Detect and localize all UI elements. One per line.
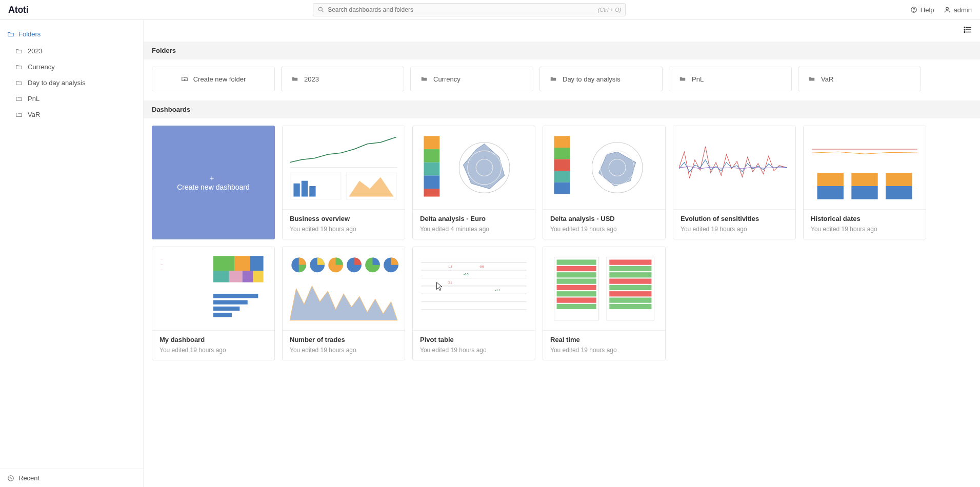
search-input[interactable] <box>328 6 594 13</box>
dashboard-card-delta-usd[interactable]: Delta analysis - USD You edited 19 hours… <box>543 126 666 239</box>
svg-point-4 <box>946 7 948 10</box>
dashboard-meta: Number of trades You edited 19 hours ago <box>283 331 405 360</box>
svg-point-9 <box>964 27 965 28</box>
sidebar-item-currency[interactable]: Currency <box>11 59 143 75</box>
thumbnail-chart-icon <box>546 129 662 206</box>
svg-rect-56 <box>213 300 248 305</box>
folder-open-icon <box>7 31 14 38</box>
create-new-dashboard[interactable]: ＋ Create new dashboard <box>152 126 275 239</box>
svg-point-3 <box>913 11 914 11</box>
sidebar-item-label: PnL <box>28 95 39 103</box>
folder-solid-icon <box>420 75 428 83</box>
folder-icon <box>15 79 23 87</box>
dashboards-section-header: Dashboards <box>144 100 980 118</box>
create-dashboard-label: Create new dashboard <box>177 183 250 191</box>
dashboard-card-pivot-table[interactable]: -1.2-0.8-2.1 +0.5+1.1 Pivot table You ed… <box>412 247 535 360</box>
svg-rect-40 <box>817 186 844 199</box>
folder-card-label: 2023 <box>304 75 319 83</box>
svg-rect-22 <box>424 149 439 163</box>
folder-icon <box>15 48 23 55</box>
sidebar-item-pnl[interactable]: PnL <box>11 91 143 107</box>
folder-card-label: PnL <box>692 75 704 83</box>
folder-card-label: Day to day analysis <box>563 75 621 83</box>
svg-rect-17 <box>302 181 308 197</box>
svg-rect-30 <box>554 136 570 148</box>
main-content: Folders Create new folder 2023 Currency … <box>144 20 980 487</box>
dashboard-subtitle: You edited 19 hours ago <box>290 226 397 233</box>
folder-icon <box>15 95 23 103</box>
search-icon <box>317 6 325 13</box>
svg-rect-81 <box>557 272 596 277</box>
thumbnail-chart-icon: -1.2-0.8-2.1 +0.5+1.1 <box>416 250 532 327</box>
sidebar-item-var[interactable]: VaR <box>11 107 143 123</box>
dashboard-title: Number of trades <box>290 336 397 343</box>
folder-icon <box>15 64 23 71</box>
dashboard-card-real-time[interactable]: Real time You edited 19 hours ago <box>543 247 666 360</box>
list-view-icon <box>963 25 973 34</box>
svg-rect-31 <box>554 148 570 159</box>
dashboard-meta: Business overview You edited 19 hours ag… <box>283 210 405 239</box>
svg-rect-42 <box>851 186 877 199</box>
folder-solid-icon <box>549 75 557 83</box>
folder-card-day-to-day[interactable]: Day to day analysis <box>539 67 663 91</box>
svg-text:—: — <box>161 268 163 271</box>
dashboard-subtitle: You edited 4 minutes ago <box>420 226 528 233</box>
folder-card-2023[interactable]: 2023 <box>281 67 404 91</box>
thumbnail-chart-icon <box>286 129 402 206</box>
sidebar-recent[interactable]: Recent <box>0 469 143 487</box>
folder-card-label: Currency <box>433 75 461 83</box>
svg-rect-86 <box>557 304 596 309</box>
dashboards-grid: ＋ Create new dashboard Business overview <box>144 118 980 381</box>
dashboard-card-business-overview[interactable]: Business overview You edited 19 hours ag… <box>282 126 405 239</box>
folder-card-var[interactable]: VaR <box>798 67 921 91</box>
view-toggle-list[interactable] <box>963 25 973 34</box>
svg-marker-65 <box>290 286 397 320</box>
dashboard-card-historical[interactable]: Historical dates You edited 19 hours ago <box>803 126 926 239</box>
svg-rect-41 <box>851 173 877 186</box>
dashboard-title: Historical dates <box>811 215 918 222</box>
folder-card-pnl[interactable]: PnL <box>669 67 792 91</box>
sidebar-item-label: Currency <box>28 63 55 71</box>
sidebar-item-day-to-day[interactable]: Day to day analysis <box>11 75 143 91</box>
dashboard-subtitle: You edited 19 hours ago <box>550 226 658 233</box>
search-hint: (Ctrl + O) <box>598 7 622 13</box>
dashboard-meta: My dashboard You edited 19 hours ago <box>152 331 274 360</box>
svg-rect-84 <box>557 291 596 296</box>
folder-solid-icon <box>808 75 816 83</box>
thumbnail-chart-icon <box>286 250 402 327</box>
help-link[interactable]: Help <box>910 6 934 14</box>
svg-rect-82 <box>557 278 596 283</box>
svg-text:—: — <box>161 258 163 260</box>
sidebar-root-folders[interactable]: Folders <box>0 28 143 43</box>
sidebar: Folders 2023 Currency Day to day analysi… <box>0 20 144 487</box>
dashboard-thumbnail <box>543 247 665 331</box>
svg-rect-52 <box>229 271 243 282</box>
svg-rect-54 <box>253 271 264 282</box>
sidebar-item-2023[interactable]: 2023 <box>11 43 143 59</box>
svg-text:-0.8: -0.8 <box>479 265 484 268</box>
svg-rect-39 <box>817 173 844 186</box>
dashboard-card-number-trades[interactable]: Number of trades You edited 19 hours ago <box>282 247 405 360</box>
svg-rect-16 <box>293 184 299 197</box>
create-folder-label: Create new folder <box>193 75 246 83</box>
user-menu[interactable]: admin <box>944 6 972 14</box>
svg-text:-2.1: -2.1 <box>448 281 452 284</box>
folder-card-currency[interactable]: Currency <box>410 67 533 91</box>
create-new-folder[interactable]: Create new folder <box>152 67 275 91</box>
plus-icon: ＋ <box>208 174 215 183</box>
dashboard-title: Evolution of sensitivities <box>681 215 788 222</box>
folder-solid-icon <box>678 75 687 83</box>
dashboard-card-my-dashboard[interactable]: ——— My dashboard You edited 19 hours ago <box>152 247 275 360</box>
dashboard-card-delta-euro[interactable]: Delta analysis - Euro You edited 4 minut… <box>412 126 535 239</box>
search-box[interactable]: (Ctrl + O) <box>313 3 626 16</box>
dashboard-subtitle: You edited 19 hours ago <box>681 226 788 233</box>
svg-text:—: — <box>161 263 163 266</box>
dashboard-card-evolution[interactable]: Evolution of sensitivities You edited 19… <box>673 126 796 239</box>
svg-point-11 <box>964 32 965 33</box>
svg-rect-94 <box>609 297 651 302</box>
dashboard-thumbnail <box>283 126 405 210</box>
dashboard-thumbnail: -1.2-0.8-2.1 +0.5+1.1 <box>413 247 535 331</box>
dashboard-title: Delta analysis - USD <box>550 215 658 222</box>
dashboard-thumbnail: ——— <box>152 247 274 331</box>
svg-rect-85 <box>557 297 596 302</box>
